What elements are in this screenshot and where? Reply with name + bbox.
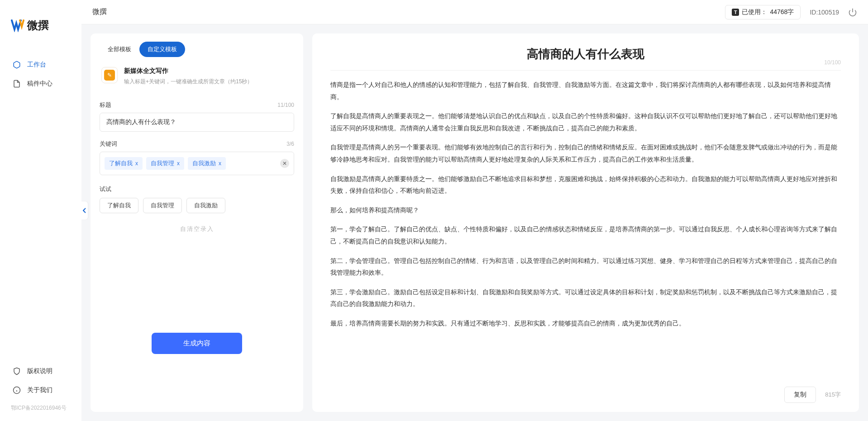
nav-label: 关于我们	[27, 386, 52, 394]
clear-keywords-button[interactable]: ✕	[280, 159, 289, 168]
drafts-icon	[13, 80, 21, 88]
tab-label: 自定义模板	[148, 46, 177, 53]
nav: 工作台 稿件中心	[0, 51, 81, 362]
keywords-count: 3/6	[286, 141, 294, 147]
doc-paragraph: 第一，学会了解自己。了解自己的优点、缺点、个性特质和偏好，以及自己的情感状态和情…	[330, 223, 841, 247]
power-icon[interactable]	[848, 8, 857, 17]
tag-text: 自我管理	[151, 159, 174, 167]
template-desc: 输入标题+关键词，一键准确生成所需文章（约15秒）	[124, 78, 253, 86]
word-count: 815字	[825, 391, 841, 399]
title-count: 11/100	[277, 102, 294, 108]
try-chip[interactable]: 自我管理	[143, 198, 182, 213]
title-input[interactable]	[100, 113, 294, 132]
workbench-icon	[13, 61, 21, 69]
logo-text: 微撰	[27, 18, 49, 33]
tag-remove-icon[interactable]: x	[135, 160, 138, 167]
nav-item-about[interactable]: 关于我们	[0, 381, 81, 400]
usage-label: 已使用：	[742, 8, 767, 16]
keywords-group: 关键词 3/6 了解自我x 自我管理x 自我激励x ✕	[100, 140, 294, 175]
title-label: 标题	[100, 101, 111, 109]
doc-title-count: 10/100	[824, 59, 841, 66]
tag-text: 自我激励	[192, 159, 216, 167]
sidebar: 微撰 工作台 稿件中心 版权说明	[0, 0, 81, 421]
tab-label: 全部模板	[108, 46, 131, 53]
nav-item-workbench[interactable]: 工作台	[0, 55, 81, 74]
title-group: 标题 11/100	[100, 101, 294, 132]
output-panel: 高情商的人有什么表现 10/100 情商是指一个人对自己和他人的情感的认知和管理…	[312, 33, 859, 412]
keyword-tag[interactable]: 自我激励x	[188, 157, 226, 170]
auto-clear-link[interactable]: 自清空录入	[100, 225, 294, 233]
sidebar-collapse-handle[interactable]	[81, 201, 88, 220]
nav-label: 工作台	[27, 61, 46, 69]
sidebar-bottom: 版权说明 关于我们 鄂ICP备2022016946号	[0, 362, 81, 416]
tag-remove-icon[interactable]: x	[177, 160, 180, 167]
usage-value: 44768字	[770, 8, 794, 16]
template-icon: ✎	[101, 67, 118, 83]
user-id: ID:100519	[810, 9, 839, 16]
keywords-input[interactable]: 了解自我x 自我管理x 自我激励x ✕	[100, 152, 294, 175]
try-chip[interactable]: 了解自我	[100, 198, 138, 213]
logo-icon	[11, 19, 24, 32]
tab-custom-template[interactable]: 自定义模板	[139, 42, 185, 57]
doc-title: 高情商的人有什么表现	[330, 46, 841, 62]
doc-paragraph: 最后，培养高情商需要长期的努力和实践。只有通过不断地学习、反思和实践，才能够提高…	[330, 317, 841, 330]
template-card: ✎ 新媒体全文写作 输入标题+关键词，一键准确生成所需文章（约15秒）	[100, 64, 294, 93]
header: 微撰 T 已使用： 44768字 ID:100519	[81, 0, 868, 24]
nav-item-copyright[interactable]: 版权说明	[0, 362, 81, 381]
shield-icon	[13, 367, 21, 375]
keyword-tag[interactable]: 了解自我x	[105, 157, 143, 170]
text-icon: T	[732, 9, 739, 16]
usage-badge[interactable]: T 已使用： 44768字	[725, 5, 801, 19]
nav-item-drafts[interactable]: 稿件中心	[0, 74, 81, 93]
tag-remove-icon[interactable]: x	[219, 160, 221, 167]
doc-paragraph: 第三，学会激励自己。激励自己包括设定目标和计划、自我激励和自我奖励等方式。可以通…	[330, 286, 841, 310]
doc-paragraph: 那么，如何培养和提高情商呢？	[330, 204, 841, 216]
editor-panel: 全部模板 自定义模板 ✎ 新媒体全文写作 输入标题+关键词，一键准确生成所需文章…	[91, 33, 303, 412]
try-label: 试试	[100, 185, 294, 193]
tab-all-templates[interactable]: 全部模板	[100, 42, 139, 57]
info-icon	[13, 386, 21, 394]
try-chip[interactable]: 自我激励	[186, 198, 225, 213]
template-title: 新媒体全文写作	[124, 67, 253, 75]
nav-label: 稿件中心	[27, 80, 52, 88]
doc-body: 情商是指一个人对自己和他人的情感的认知和管理能力，包括了解自我、自我管理、自我激…	[330, 79, 841, 337]
copy-button[interactable]: 复制	[784, 387, 816, 403]
try-section: 试试 了解自我 自我管理 自我激励	[100, 185, 294, 213]
tag-text: 了解自我	[109, 159, 133, 167]
generate-button[interactable]: 生成内容	[152, 333, 242, 354]
icp-text: 鄂ICP备2022016946号	[0, 400, 81, 412]
doc-paragraph: 情商是指一个人对自己和他人的情感的认知和管理能力，包括了解自我、自我管理、自我激…	[330, 79, 841, 103]
doc-paragraph: 自我管理是高情商人的另一个重要表现。他们能够有效地控制自己的言行和行为，控制自己…	[330, 141, 841, 165]
doc-paragraph: 第二，学会管理自己。管理自己包括控制自己的情绪、行为和言语，以及管理自己的时间和…	[330, 255, 841, 279]
header-title: 微撰	[92, 7, 107, 17]
nav-label: 版权说明	[27, 367, 52, 375]
logo[interactable]: 微撰	[0, 9, 81, 51]
doc-paragraph: 自我激励是高情商人的重要特质之一。他们能够激励自己不断地追求目标和梦想，克服困难…	[330, 173, 841, 197]
keywords-label: 关键词	[100, 140, 117, 148]
keyword-tag[interactable]: 自我管理x	[146, 157, 184, 170]
tabs: 全部模板 自定义模板	[100, 42, 294, 57]
doc-paragraph: 了解自我是高情商人的重要表现之一。他们能够清楚地认识自己的优点和缺点，以及自己的…	[330, 110, 841, 134]
